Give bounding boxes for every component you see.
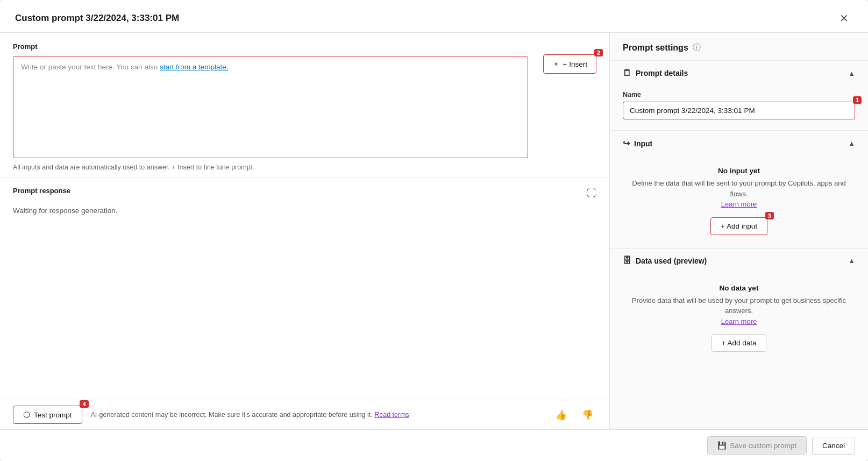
prompt-textarea[interactable]: Write or paste your text here. You can a… xyxy=(13,56,528,158)
read-terms-link[interactable]: Read terms xyxy=(374,411,409,419)
prompt-details-icon: 🗒 xyxy=(623,68,631,78)
prompt-label: Prompt xyxy=(13,42,528,51)
prompt-details-chevron: ▲ xyxy=(848,69,855,77)
prompt-placeholder: Write or paste your text here. You can a… xyxy=(21,63,228,71)
dialog-footer: 💾 Save custom prompt Cancel xyxy=(0,429,868,461)
thumbs-up-button[interactable]: 👍 xyxy=(552,407,570,423)
close-button[interactable]: ✕ xyxy=(835,10,853,27)
response-header: Prompt response ⛶ xyxy=(13,187,596,200)
name-field-wrap: 1 xyxy=(623,102,855,119)
add-input-badge: 3 xyxy=(765,212,774,219)
insert-badge: 2 xyxy=(594,49,603,56)
insert-plus-icon: ＋ xyxy=(552,59,560,69)
test-icon: ⬡ xyxy=(23,410,30,420)
input-learn-more-link[interactable]: Learn more xyxy=(721,200,757,208)
prompt-details-header[interactable]: 🗒 Prompt details ▲ xyxy=(610,61,868,86)
input-header[interactable]: ↪ Input ▲ xyxy=(610,131,868,156)
prompt-details-title: 🗒 Prompt details xyxy=(623,68,688,78)
prompt-settings-title: Prompt settings xyxy=(623,43,688,53)
bottom-bar: ⬡ Test prompt 4 AI-generated content may… xyxy=(0,400,609,429)
no-data-content: No data yet Provide data that will be us… xyxy=(623,279,855,354)
info-icon[interactable]: ⓘ xyxy=(693,42,701,53)
dialog-title: Custom prompt 3/22/2024, 3:33:01 PM xyxy=(15,13,179,24)
add-input-wrap: + Add input 3 xyxy=(710,217,767,235)
prompt-details-section: 🗒 Prompt details ▲ Name 1 xyxy=(610,61,868,131)
no-data-title: No data yet xyxy=(720,284,759,292)
no-data-desc: Provide data that will be used by your p… xyxy=(623,295,855,327)
response-text: Waiting for response generation. xyxy=(13,207,596,215)
data-used-chevron: ▲ xyxy=(848,257,855,265)
data-used-section: 🗄 Data used (preview) ▲ No data yet Prov… xyxy=(610,249,868,366)
data-learn-more-link[interactable]: Learn more xyxy=(721,317,757,325)
cancel-button[interactable]: Cancel xyxy=(812,437,855,455)
input-section: ↪ Input ▲ No input yet Define the data t… xyxy=(610,131,868,249)
data-used-body: No data yet Provide data that will be us… xyxy=(610,273,868,365)
bottom-note: AI-generated content may be incorrect. M… xyxy=(91,411,544,419)
save-custom-prompt-button: 💾 Save custom prompt xyxy=(707,436,807,455)
no-input-desc: Define the data that will be sent to you… xyxy=(623,178,855,210)
prompt-footer-note: All inputs and data are automatically us… xyxy=(13,164,596,171)
save-icon: 💾 xyxy=(717,441,727,450)
input-icon: ↪ xyxy=(623,138,630,148)
test-badge: 4 xyxy=(80,400,88,408)
response-section: Prompt response ⛶ Waiting for response g… xyxy=(0,178,609,400)
dialog-body: Prompt Write or paste your text here. Yo… xyxy=(0,33,868,429)
left-panel: Prompt Write or paste your text here. Yo… xyxy=(0,33,610,429)
data-used-header[interactable]: 🗄 Data used (preview) ▲ xyxy=(610,249,868,273)
response-label: Prompt response xyxy=(13,187,70,195)
thumbs-down-button[interactable]: 👎 xyxy=(579,407,596,423)
name-badge: 1 xyxy=(853,96,862,104)
data-used-icon: 🗄 xyxy=(623,256,631,266)
right-panel: Prompt settings ⓘ 🗒 Prompt details ▲ Nam… xyxy=(610,33,868,429)
prompt-top: Prompt Write or paste your text here. Yo… xyxy=(13,42,596,158)
expand-icon[interactable]: ⛶ xyxy=(587,188,596,199)
add-input-button[interactable]: + Add input xyxy=(710,217,767,235)
input-body: No input yet Define the data that will b… xyxy=(610,156,868,248)
input-chevron: ▲ xyxy=(848,139,855,147)
test-prompt-button[interactable]: ⬡ Test prompt xyxy=(13,406,82,424)
data-used-title: 🗄 Data used (preview) xyxy=(623,256,707,266)
dialog: Custom prompt 3/22/2024, 3:33:01 PM ✕ Pr… xyxy=(0,0,868,461)
add-data-button[interactable]: + Add data xyxy=(712,334,767,352)
prompt-settings-header: Prompt settings ⓘ xyxy=(610,33,868,61)
no-input-title: No input yet xyxy=(718,167,760,175)
start-from-template-link[interactable]: start from a template. xyxy=(160,63,229,71)
dialog-header: Custom prompt 3/22/2024, 3:33:01 PM ✕ xyxy=(0,0,868,33)
name-field-label: Name xyxy=(623,91,855,98)
insert-button[interactable]: ＋ + Insert xyxy=(543,54,596,74)
name-input[interactable] xyxy=(623,102,855,119)
prompt-section: Prompt Write or paste your text here. Yo… xyxy=(0,33,609,178)
test-prompt-wrap: ⬡ Test prompt 4 xyxy=(13,406,82,424)
prompt-details-body: Name 1 xyxy=(610,86,868,130)
input-title: ↪ Input xyxy=(623,138,652,148)
no-input-content: No input yet Define the data that will b… xyxy=(623,161,855,237)
